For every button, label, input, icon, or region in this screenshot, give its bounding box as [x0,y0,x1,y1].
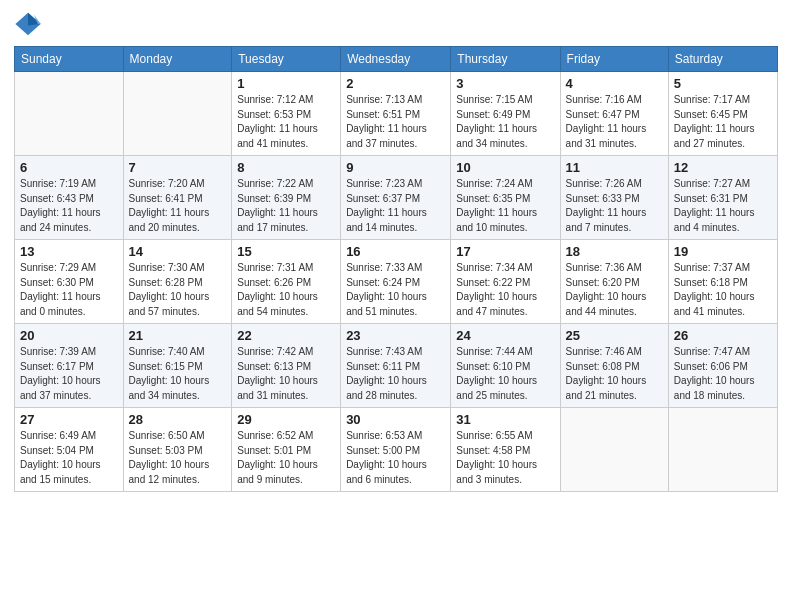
calendar-cell: 10Sunrise: 7:24 AM Sunset: 6:35 PM Dayli… [451,156,560,240]
calendar-cell: 16Sunrise: 7:33 AM Sunset: 6:24 PM Dayli… [341,240,451,324]
calendar-cell: 2Sunrise: 7:13 AM Sunset: 6:51 PM Daylig… [341,72,451,156]
day-info: Sunrise: 7:23 AM Sunset: 6:37 PM Dayligh… [346,177,445,235]
calendar-cell: 21Sunrise: 7:40 AM Sunset: 6:15 PM Dayli… [123,324,232,408]
day-info: Sunrise: 7:16 AM Sunset: 6:47 PM Dayligh… [566,93,663,151]
day-info: Sunrise: 7:39 AM Sunset: 6:17 PM Dayligh… [20,345,118,403]
day-info: Sunrise: 6:52 AM Sunset: 5:01 PM Dayligh… [237,429,335,487]
day-number: 6 [20,160,118,175]
calendar-header: SundayMondayTuesdayWednesdayThursdayFrid… [15,47,778,72]
day-info: Sunrise: 7:47 AM Sunset: 6:06 PM Dayligh… [674,345,772,403]
calendar-cell: 26Sunrise: 7:47 AM Sunset: 6:06 PM Dayli… [668,324,777,408]
header-saturday: Saturday [668,47,777,72]
day-info: Sunrise: 7:31 AM Sunset: 6:26 PM Dayligh… [237,261,335,319]
page: SundayMondayTuesdayWednesdayThursdayFrid… [0,0,792,612]
day-info: Sunrise: 7:20 AM Sunset: 6:41 PM Dayligh… [129,177,227,235]
day-number: 22 [237,328,335,343]
calendar-cell: 17Sunrise: 7:34 AM Sunset: 6:22 PM Dayli… [451,240,560,324]
calendar-cell: 28Sunrise: 6:50 AM Sunset: 5:03 PM Dayli… [123,408,232,492]
calendar-cell: 4Sunrise: 7:16 AM Sunset: 6:47 PM Daylig… [560,72,668,156]
day-number: 17 [456,244,554,259]
calendar-body: 1Sunrise: 7:12 AM Sunset: 6:53 PM Daylig… [15,72,778,492]
calendar-cell: 29Sunrise: 6:52 AM Sunset: 5:01 PM Dayli… [232,408,341,492]
day-info: Sunrise: 7:36 AM Sunset: 6:20 PM Dayligh… [566,261,663,319]
calendar-cell: 3Sunrise: 7:15 AM Sunset: 6:49 PM Daylig… [451,72,560,156]
day-number: 31 [456,412,554,427]
day-info: Sunrise: 7:40 AM Sunset: 6:15 PM Dayligh… [129,345,227,403]
day-info: Sunrise: 7:37 AM Sunset: 6:18 PM Dayligh… [674,261,772,319]
header-monday: Monday [123,47,232,72]
day-number: 9 [346,160,445,175]
calendar-cell: 15Sunrise: 7:31 AM Sunset: 6:26 PM Dayli… [232,240,341,324]
day-number: 15 [237,244,335,259]
header-friday: Friday [560,47,668,72]
day-number: 14 [129,244,227,259]
day-number: 16 [346,244,445,259]
calendar-cell: 19Sunrise: 7:37 AM Sunset: 6:18 PM Dayli… [668,240,777,324]
day-number: 10 [456,160,554,175]
calendar-cell: 1Sunrise: 7:12 AM Sunset: 6:53 PM Daylig… [232,72,341,156]
day-number: 5 [674,76,772,91]
header-tuesday: Tuesday [232,47,341,72]
day-number: 19 [674,244,772,259]
day-number: 12 [674,160,772,175]
calendar-cell: 31Sunrise: 6:55 AM Sunset: 4:58 PM Dayli… [451,408,560,492]
day-number: 29 [237,412,335,427]
day-number: 4 [566,76,663,91]
calendar-cell: 13Sunrise: 7:29 AM Sunset: 6:30 PM Dayli… [15,240,124,324]
day-info: Sunrise: 7:17 AM Sunset: 6:45 PM Dayligh… [674,93,772,151]
header-wednesday: Wednesday [341,47,451,72]
day-info: Sunrise: 7:24 AM Sunset: 6:35 PM Dayligh… [456,177,554,235]
day-info: Sunrise: 7:44 AM Sunset: 6:10 PM Dayligh… [456,345,554,403]
week-row-0: 1Sunrise: 7:12 AM Sunset: 6:53 PM Daylig… [15,72,778,156]
week-row-3: 20Sunrise: 7:39 AM Sunset: 6:17 PM Dayli… [15,324,778,408]
day-info: Sunrise: 7:29 AM Sunset: 6:30 PM Dayligh… [20,261,118,319]
logo-icon [14,10,42,38]
day-info: Sunrise: 7:34 AM Sunset: 6:22 PM Dayligh… [456,261,554,319]
day-number: 13 [20,244,118,259]
calendar-cell: 25Sunrise: 7:46 AM Sunset: 6:08 PM Dayli… [560,324,668,408]
calendar-cell: 30Sunrise: 6:53 AM Sunset: 5:00 PM Dayli… [341,408,451,492]
calendar-cell: 12Sunrise: 7:27 AM Sunset: 6:31 PM Dayli… [668,156,777,240]
day-info: Sunrise: 7:46 AM Sunset: 6:08 PM Dayligh… [566,345,663,403]
day-info: Sunrise: 6:49 AM Sunset: 5:04 PM Dayligh… [20,429,118,487]
calendar-cell: 11Sunrise: 7:26 AM Sunset: 6:33 PM Dayli… [560,156,668,240]
day-number: 20 [20,328,118,343]
day-info: Sunrise: 7:26 AM Sunset: 6:33 PM Dayligh… [566,177,663,235]
day-info: Sunrise: 6:55 AM Sunset: 4:58 PM Dayligh… [456,429,554,487]
day-number: 23 [346,328,445,343]
calendar-cell: 22Sunrise: 7:42 AM Sunset: 6:13 PM Dayli… [232,324,341,408]
day-info: Sunrise: 7:43 AM Sunset: 6:11 PM Dayligh… [346,345,445,403]
week-row-4: 27Sunrise: 6:49 AM Sunset: 5:04 PM Dayli… [15,408,778,492]
calendar-cell: 24Sunrise: 7:44 AM Sunset: 6:10 PM Dayli… [451,324,560,408]
day-number: 21 [129,328,227,343]
day-info: Sunrise: 7:22 AM Sunset: 6:39 PM Dayligh… [237,177,335,235]
week-row-1: 6Sunrise: 7:19 AM Sunset: 6:43 PM Daylig… [15,156,778,240]
calendar-cell [560,408,668,492]
day-number: 30 [346,412,445,427]
day-info: Sunrise: 7:30 AM Sunset: 6:28 PM Dayligh… [129,261,227,319]
calendar-cell: 20Sunrise: 7:39 AM Sunset: 6:17 PM Dayli… [15,324,124,408]
day-number: 8 [237,160,335,175]
day-number: 7 [129,160,227,175]
day-number: 25 [566,328,663,343]
day-info: Sunrise: 7:19 AM Sunset: 6:43 PM Dayligh… [20,177,118,235]
day-number: 2 [346,76,445,91]
day-number: 26 [674,328,772,343]
week-row-2: 13Sunrise: 7:29 AM Sunset: 6:30 PM Dayli… [15,240,778,324]
calendar-cell [668,408,777,492]
calendar-cell: 5Sunrise: 7:17 AM Sunset: 6:45 PM Daylig… [668,72,777,156]
day-info: Sunrise: 7:27 AM Sunset: 6:31 PM Dayligh… [674,177,772,235]
calendar-cell: 14Sunrise: 7:30 AM Sunset: 6:28 PM Dayli… [123,240,232,324]
calendar-cell: 27Sunrise: 6:49 AM Sunset: 5:04 PM Dayli… [15,408,124,492]
day-info: Sunrise: 7:13 AM Sunset: 6:51 PM Dayligh… [346,93,445,151]
day-info: Sunrise: 6:53 AM Sunset: 5:00 PM Dayligh… [346,429,445,487]
calendar-cell: 23Sunrise: 7:43 AM Sunset: 6:11 PM Dayli… [341,324,451,408]
day-info: Sunrise: 7:12 AM Sunset: 6:53 PM Dayligh… [237,93,335,151]
day-info: Sunrise: 7:33 AM Sunset: 6:24 PM Dayligh… [346,261,445,319]
calendar-cell: 6Sunrise: 7:19 AM Sunset: 6:43 PM Daylig… [15,156,124,240]
header-thursday: Thursday [451,47,560,72]
calendar-cell: 7Sunrise: 7:20 AM Sunset: 6:41 PM Daylig… [123,156,232,240]
day-number: 28 [129,412,227,427]
day-number: 24 [456,328,554,343]
calendar-cell: 18Sunrise: 7:36 AM Sunset: 6:20 PM Dayli… [560,240,668,324]
